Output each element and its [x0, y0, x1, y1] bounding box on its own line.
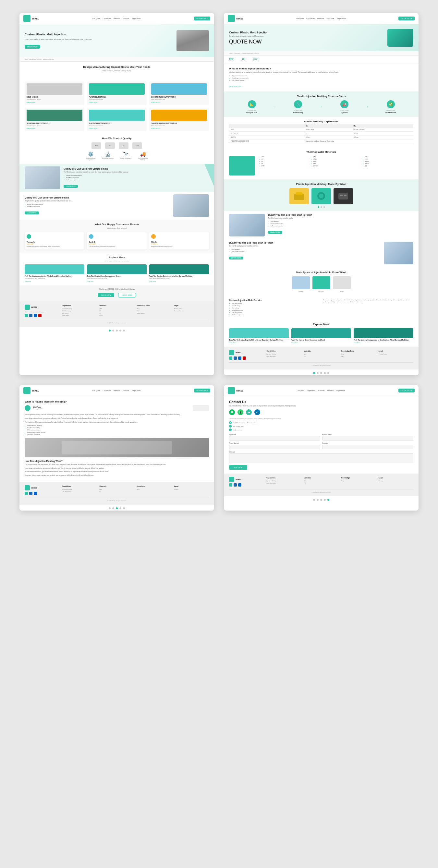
showcase-dot-0[interactable]	[318, 206, 319, 208]
footer-link-abs[interactable]: ABS	[99, 308, 134, 309]
footer-link4-0[interactable]: Injection Molding	[267, 480, 301, 482]
nav-link-2-products[interactable]: Products ▾	[326, 18, 334, 20]
nav-link-2-materials[interactable]: Materials	[317, 18, 324, 20]
nav-link-2-capabilities[interactable]: Capabilities	[306, 18, 315, 20]
nav-link-getquote[interactable]: Get Quote	[92, 18, 100, 20]
dot4-2[interactable]	[320, 499, 322, 501]
social-icon-tw[interactable]	[29, 314, 32, 317]
nav-link-4-0[interactable]: Get Quote	[297, 390, 304, 392]
dot2-2[interactable]	[320, 372, 322, 374]
social-icon3-2[interactable]	[34, 492, 37, 495]
nav-link-2-more[interactable]: Pages/More	[337, 18, 346, 20]
what-is-quote-link[interactable]: Get a Quote Today →	[229, 86, 243, 87]
feature-btn-1[interactable]: LEARN MORE	[64, 185, 78, 188]
nav-link-4-4[interactable]: Pages/More	[336, 390, 345, 392]
cap-link-1[interactable]: LEARN MORE	[89, 101, 145, 103]
input-email[interactable]	[322, 436, 413, 440]
large-hero-btn-2[interactable]: QUOTE NOW	[229, 39, 261, 44]
showcase-dot-1[interactable]	[320, 206, 322, 208]
cap-link-4[interactable]: LEARN MORE	[89, 127, 145, 129]
social-icon3-1[interactable]	[29, 492, 32, 495]
dot4-1[interactable]	[317, 499, 319, 501]
footer-link4-3[interactable]: PC	[304, 482, 338, 484]
dot-2[interactable]	[116, 330, 118, 332]
dot3-3[interactable]	[119, 507, 121, 509]
footer-link-nylon[interactable]: Nylon	[99, 315, 134, 316]
nav-cta-4[interactable]: GET IN TOUCH	[399, 389, 415, 393]
input-name[interactable]	[229, 436, 320, 440]
footer-link3-3[interactable]: PC	[99, 491, 134, 492]
input-message[interactable]	[229, 454, 413, 463]
explore-link2-1[interactable]: Learn More	[291, 342, 351, 343]
dot4-0[interactable]	[313, 499, 315, 501]
social-icon-li[interactable]	[34, 314, 37, 317]
wechat-icon-btn[interactable]	[229, 409, 235, 415]
cap-link-2[interactable]: LEARN MORE	[151, 101, 207, 103]
footer-link-privacy[interactable]: Privacy Policy	[174, 308, 209, 309]
dot2-1[interactable]	[317, 372, 319, 374]
footer-link2-3[interactable]: PC	[304, 355, 338, 357]
footer-link2-2[interactable]: ABS	[304, 353, 338, 355]
dot-3[interactable]	[119, 330, 121, 332]
dot-1[interactable]	[112, 330, 114, 332]
explore-link2-0[interactable]: Learn More	[229, 342, 289, 343]
footer-link-cnc[interactable]: CNC Machining	[62, 310, 97, 312]
dot-0[interactable]	[109, 330, 111, 332]
nav-link-materials[interactable]: Materials	[114, 18, 120, 20]
nav-link-4-2[interactable]: Materials	[318, 390, 324, 392]
dot3-0[interactable]	[109, 507, 111, 509]
dot3-1[interactable]	[112, 507, 114, 509]
footer-link2-4[interactable]: Blog	[341, 353, 376, 355]
cap-link-3[interactable]: LEARN MORE	[27, 127, 83, 129]
nav-link-3-2[interactable]: Materials	[114, 390, 120, 392]
submit-btn-4[interactable]: SEND NOW	[229, 465, 247, 470]
social-icon-yt[interactable]	[38, 314, 41, 317]
feature2-btn-2[interactable]: LEARN MORE	[229, 256, 243, 259]
nav-link-3-0[interactable]: Get Quote	[92, 390, 100, 392]
iso-btn-quote[interactable]: QUOTE NOW	[98, 293, 114, 297]
dot-4[interactable]	[123, 330, 125, 332]
nav-cta-2[interactable]: GET IN TOUCH	[399, 17, 415, 21]
footer-link2-5[interactable]: FAQ	[341, 355, 376, 357]
nav-link-4-1[interactable]: Capabilities	[307, 390, 315, 392]
explore-link-2[interactable]: Learn More	[149, 281, 209, 282]
footer-link4-5[interactable]: Privacy	[379, 480, 413, 482]
dot3-4[interactable]	[123, 507, 125, 509]
nav-link-2-getquote[interactable]: Get Quote	[296, 18, 304, 20]
nav-link-products[interactable]: Products	[123, 18, 129, 20]
iso-btn-learn[interactable]: LEARN MORE	[118, 293, 136, 298]
feature-btn-2[interactable]: LEARN MORE	[25, 212, 39, 214]
footer-link3-1[interactable]: CNC Machining	[62, 491, 97, 492]
footer-link3-2[interactable]: ABS	[99, 489, 134, 490]
nav-link-3-1[interactable]: Capabilities	[102, 390, 111, 392]
social-icon-fb[interactable]	[25, 314, 28, 317]
nav-link-3-4[interactable]: Pages/More	[132, 390, 140, 392]
footer-link3-4[interactable]: Blog	[137, 489, 171, 490]
footer-link-faq[interactable]: FAQ	[137, 310, 171, 312]
footer-link4-1[interactable]: CNC Machining	[267, 482, 301, 484]
cap-link-0[interactable]: LEARN MORE	[27, 101, 83, 103]
social-icon4-0[interactable]	[229, 483, 232, 487]
footer-link2-0[interactable]: Injection Molding	[267, 353, 301, 355]
social-icon2-li[interactable]	[238, 356, 241, 360]
explore-link2-2[interactable]: Learn More	[354, 342, 413, 343]
social-icon4-1[interactable]	[233, 483, 237, 487]
input-phone[interactable]	[229, 445, 320, 449]
social-icon2-tw[interactable]	[233, 356, 237, 360]
email-icon-btn[interactable]	[246, 409, 252, 415]
dot2-4[interactable]	[327, 372, 329, 374]
explore-link-0[interactable]: Learn More	[25, 281, 84, 282]
nav-link-more[interactable]: Pages/More	[132, 18, 140, 20]
footer-link-blog[interactable]: Blog	[137, 308, 171, 309]
nav-link-3-3[interactable]: Products	[123, 390, 129, 392]
input-company[interactable]	[322, 445, 413, 449]
dot4-3[interactable]	[324, 499, 326, 501]
footer-link-case[interactable]: Case Studies	[137, 312, 171, 314]
showcase-dot-2[interactable]	[323, 206, 325, 208]
footer-link3-5[interactable]: Privacy	[174, 489, 209, 490]
dot3-2[interactable]	[116, 507, 118, 509]
nav-link-capabilities[interactable]: Capabilities	[102, 18, 111, 20]
footer-link-3d[interactable]: 3D Printing	[62, 312, 97, 314]
footer-link-pc[interactable]: PC	[99, 310, 134, 312]
explore-link-1[interactable]: Learn More	[87, 281, 147, 282]
